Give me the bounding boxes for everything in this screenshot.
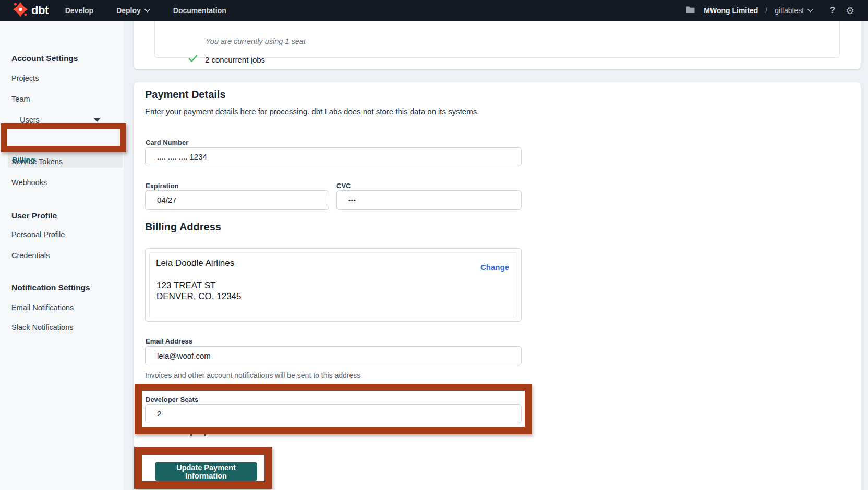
payment-details-description: Enter your payment details here for proc… bbox=[145, 107, 479, 116]
sidebar-heading-account-settings: Account Settings bbox=[11, 54, 78, 63]
sidebar-item-slack-notifications[interactable]: Slack Notifications bbox=[11, 323, 73, 332]
billing-address-name: Leia Doodle Airlines bbox=[156, 258, 234, 268]
sidebar-item-credentials[interactable]: Credentials bbox=[11, 251, 50, 260]
sidebar-item-personal-profile[interactable]: Personal Profile bbox=[11, 230, 65, 239]
dbt-logo-icon bbox=[13, 2, 28, 19]
dbt-logo-text: dbt bbox=[31, 4, 49, 17]
concurrent-jobs-row: 2 concurrent jobs bbox=[188, 55, 265, 65]
sidebar-item-projects[interactable]: Projects bbox=[11, 74, 39, 82]
navbar-right: MWong Limited / gitlabtest ? ⚙ bbox=[686, 0, 868, 21]
billing-settings-page: You are currently using 1 seat 2 concurr… bbox=[0, 0, 868, 490]
billing-address-inner-box: Leia Doodle Airlines Change 123 TREAT ST… bbox=[149, 252, 517, 317]
annotation-box-update-button bbox=[134, 447, 272, 489]
chevron-down-icon[interactable] bbox=[93, 118, 101, 122]
concurrent-jobs-text: 2 concurrent jobs bbox=[205, 55, 265, 64]
payment-details-title: Payment Details bbox=[145, 89, 226, 101]
billing-address-line2: DENVER, CO, 12345 bbox=[156, 291, 242, 302]
gear-icon[interactable]: ⚙ bbox=[846, 6, 854, 16]
billing-address-title: Billing Address bbox=[145, 221, 221, 233]
nav-item-deploy[interactable]: Deploy bbox=[116, 6, 150, 15]
settings-sidebar: Account Settings Projects Team Users Bil… bbox=[0, 21, 124, 490]
check-icon bbox=[188, 55, 198, 65]
cvc-input[interactable] bbox=[336, 190, 522, 210]
navbar-links: Develop Deploy Documentation bbox=[65, 6, 226, 15]
expiration-label: Expiration bbox=[146, 182, 179, 190]
annotation-box-billing bbox=[1, 123, 126, 152]
dbt-logo[interactable]: dbt bbox=[13, 2, 49, 19]
billing-address-lines: 123 TREAT ST DENVER, CO, 12345 bbox=[156, 280, 242, 302]
project-selector[interactable]: gitlabtest bbox=[775, 6, 813, 15]
sidebar-heading-notification-settings: Notification Settings bbox=[11, 283, 90, 292]
card-number-label: Card Number bbox=[146, 139, 188, 146]
top-navbar: dbt Develop Deploy Documentation MWong L… bbox=[0, 0, 868, 21]
sidebar-heading-user-profile: User Profile bbox=[11, 211, 57, 220]
sidebar-item-team[interactable]: Team bbox=[11, 95, 30, 103]
card-number-input[interactable] bbox=[145, 147, 522, 166]
chevron-down-icon bbox=[807, 9, 813, 13]
sidebar-item-service-tokens[interactable]: Service Tokens bbox=[11, 157, 63, 166]
email-helper-text: Invoices and other account notifications… bbox=[145, 371, 360, 379]
billing-address-box: Leia Doodle Airlines Change 123 TREAT ST… bbox=[145, 248, 522, 322]
nav-item-documentation[interactable]: Documentation bbox=[173, 6, 226, 15]
change-address-link[interactable]: Change bbox=[480, 263, 509, 272]
cvc-label: CVC bbox=[336, 182, 351, 190]
billing-address-line1: 123 TREAT ST bbox=[156, 280, 242, 291]
chevron-down-icon bbox=[144, 9, 150, 13]
email-address-input[interactable] bbox=[145, 346, 522, 365]
expiration-input[interactable] bbox=[145, 190, 329, 210]
account-name[interactable]: MWong Limited bbox=[704, 6, 758, 15]
folder-icon bbox=[686, 6, 695, 15]
annotation-box-developer-seats bbox=[135, 384, 532, 434]
email-address-label: Email Address bbox=[146, 337, 192, 345]
nav-item-deploy-label: Deploy bbox=[116, 6, 141, 15]
help-icon[interactable]: ? bbox=[830, 6, 835, 15]
clipped-text-fragment bbox=[204, 434, 206, 436]
project-name: gitlabtest bbox=[775, 6, 804, 15]
seat-usage-note: You are currently using 1 seat bbox=[206, 37, 306, 45]
sidebar-item-email-notifications[interactable]: Email Notifications bbox=[11, 303, 74, 312]
breadcrumb-separator: / bbox=[765, 6, 767, 15]
sidebar-item-webhooks[interactable]: Webhooks bbox=[11, 178, 47, 187]
nav-item-develop[interactable]: Develop bbox=[65, 6, 93, 15]
